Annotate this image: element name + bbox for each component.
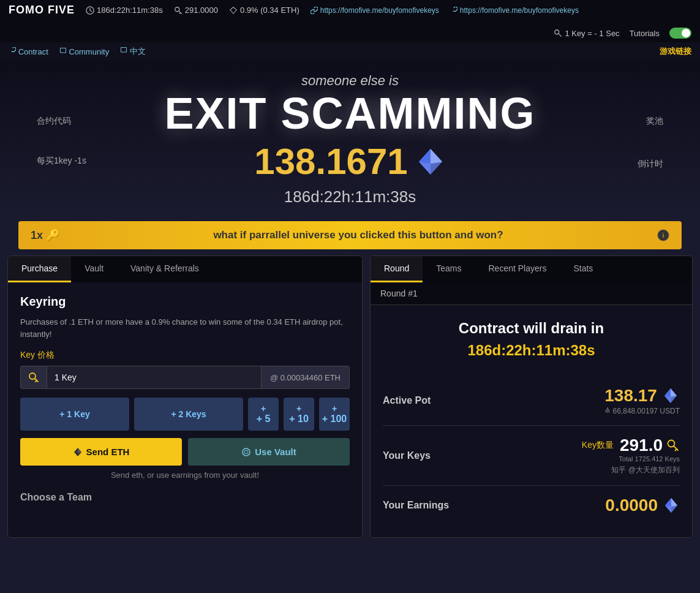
hero-contract-label: 合约代码 <box>37 116 71 127</box>
price-display: @ 0.00034460 ETH <box>262 366 350 389</box>
hero-title: EXIT SCAMMING <box>0 91 700 135</box>
hero-section: 合约代码 奖池 倒计时 每买1key -1s someone else is E… <box>0 61 700 215</box>
keys-count-value: 291.0 <box>620 436 680 455</box>
btn-plus10[interactable]: + + 10 <box>284 398 314 431</box>
tab-teams[interactable]: Teams <box>423 256 475 282</box>
svg-marker-6 <box>419 162 431 175</box>
purchase-panel-body: Keyring Purchases of .1 ETH or more have… <box>8 282 362 515</box>
tab-vault[interactable]: Vault <box>71 256 117 282</box>
hero-prize-label: 奖池 <box>646 116 663 127</box>
eth-diamond-icon-large <box>415 146 446 177</box>
tab-stats[interactable]: Stats <box>560 256 606 282</box>
hero-pot: 138.1671 <box>0 140 700 183</box>
key-input-icon <box>28 372 39 383</box>
your-keys-right: Key数量 291.0 Total 1725.412 Keys 知乎 @大天使加… <box>582 436 680 475</box>
svg-marker-23 <box>665 505 671 513</box>
key-icon2 <box>554 29 562 37</box>
send-hint: Send eth, or use earnings from your vaul… <box>20 470 350 480</box>
btn-plus5[interactable]: + + 5 <box>248 398 279 431</box>
your-earnings-label: Your Earnings <box>383 500 449 511</box>
hero-pot-value: 138.1671 <box>254 140 407 183</box>
key-input-row: @ 0.00034460 ETH <box>20 366 350 389</box>
cta-text: what if parrallel universe you clicked t… <box>67 229 650 241</box>
subnav-community-label: Community <box>59 47 109 56</box>
chinese-link[interactable]: 中文 <box>130 47 146 56</box>
link-icon2 <box>450 7 457 14</box>
topbar-right: 1 Key = - 1 Sec Tutorials <box>554 28 691 39</box>
right-panel: Round Teams Recent Players Stats Round #… <box>370 255 693 538</box>
tab-recent-players[interactable]: Recent Players <box>475 256 560 282</box>
btn-add-2keys[interactable]: + 2 Keys <box>134 398 243 431</box>
hero-buy-rule-label: 每买1key -1s <box>37 156 86 167</box>
svg-marker-5 <box>431 149 442 164</box>
clock-icon <box>86 6 94 15</box>
send-row: Send ETH Use Vault <box>20 438 350 466</box>
hero-subtitle: someone else is <box>0 73 700 89</box>
right-tab-bar: Round Teams Recent Players Stats <box>371 256 692 282</box>
brand-logo: FOMO FIVE <box>9 4 75 17</box>
svg-marker-2 <box>230 7 237 13</box>
tutorials-toggle[interactable] <box>669 28 691 39</box>
svg-marker-22 <box>671 498 677 507</box>
subnav: Contract Community 中文 游戏链接 <box>0 42 700 61</box>
keys-count-label: Key数量 <box>582 440 614 451</box>
your-earnings-row: Your Earnings 0.0000 <box>383 486 680 525</box>
key-icon <box>174 6 183 15</box>
tab-vanity-referrals[interactable]: Vanity & Referrals <box>117 256 213 282</box>
cta-icon: i <box>657 229 669 241</box>
link-icon4 <box>59 47 67 55</box>
choose-team-title: Choose a Team <box>20 492 350 503</box>
cta-bar[interactable]: 1x 🔑 what if parrallel universe you clic… <box>18 221 682 249</box>
eth-icon-btn <box>73 447 83 457</box>
total-keys-note: Total 1725.412 Keys <box>582 455 680 463</box>
btn-add-1key[interactable]: + 1 Key <box>20 398 129 431</box>
btn-plus100[interactable]: + + 100 <box>319 398 350 431</box>
key-icon-value <box>666 439 680 452</box>
topbar-link1[interactable]: https://fomofive.me/buyfomofivekeys <box>310 6 439 15</box>
active-pot-right: 138.17 ≙ 66,848.00197 USDT <box>604 386 680 415</box>
game-link-label: 游戏链接 <box>660 46 691 57</box>
main-content: Purchase Vault Vanity & Referrals Keyrin… <box>0 255 700 550</box>
community-link[interactable]: Community <box>69 47 109 56</box>
topbar-timer: 186d:22h:11m:38s <box>86 6 163 15</box>
contract-link[interactable]: Contract <box>18 47 48 56</box>
your-earnings-value: 0.0000 <box>605 496 680 515</box>
svg-marker-24 <box>665 498 671 507</box>
active-pot-label: Active Pot <box>383 395 431 406</box>
svg-point-15 <box>244 450 248 454</box>
drain-timer: 186d:22h:11m:38s <box>467 342 595 358</box>
svg-marker-7 <box>419 149 431 164</box>
topbar-tutorials: Tutorials <box>630 29 660 38</box>
send-eth-button[interactable]: Send ETH <box>20 438 182 466</box>
contract-drain: Contract will drain in 186d:22h:11m:38s <box>383 317 680 361</box>
active-pot-row: Active Pot 138.17 ≙ 66,848.00197 USDT <box>383 376 680 426</box>
key-icon-box <box>20 366 47 389</box>
svg-marker-19 <box>664 388 671 397</box>
left-panel: Purchase Vault Vanity & Referrals Keyrin… <box>7 255 363 538</box>
round-body: Contract will drain in 186d:22h:11m:38s … <box>371 305 692 537</box>
keyring-desc: Purchases of .1 ETH or more have a 0.9% … <box>20 316 350 340</box>
topbar: FOMO FIVE 186d:22h:11m:38s 291.0000 0.9%… <box>0 0 700 42</box>
keyring-title: Keyring <box>20 295 350 309</box>
active-pot-value: 138.17 <box>604 386 680 406</box>
vault-icon <box>241 447 251 457</box>
tab-purchase[interactable]: Purchase <box>8 256 71 282</box>
hero-countdown-label: 倒计时 <box>638 159 663 170</box>
left-tab-bar: Purchase Vault Vanity & Referrals <box>8 256 362 282</box>
eth-icon-pot <box>662 387 679 404</box>
eth-icon-earnings <box>663 497 680 514</box>
link-icon5 <box>120 47 127 54</box>
topbar-key-rule: 1 Key = - 1 Sec <box>554 29 619 38</box>
topbar-keys: 291.0000 <box>174 6 218 15</box>
topbar-link2[interactable]: https://fomofive.me/buyfomofivekeys <box>450 6 579 15</box>
tab-round[interactable]: Round <box>371 256 423 282</box>
key-buttons-row: + 1 Key + 2 Keys + + 5 + + 10 + + 100 <box>20 398 350 431</box>
link-icon <box>310 7 318 14</box>
cta-key-label: 1x 🔑 <box>31 229 59 242</box>
link-icon3 <box>9 47 16 55</box>
key-quantity-input[interactable] <box>47 366 262 389</box>
use-vault-button[interactable]: Use Vault <box>188 438 350 466</box>
your-keys-label: Your Keys <box>383 450 431 461</box>
your-keys-row: Your Keys Key数量 291.0 Total 1725.412 Key… <box>383 426 680 486</box>
zhihu-note: 知乎 @大天使加百列 <box>582 465 680 475</box>
